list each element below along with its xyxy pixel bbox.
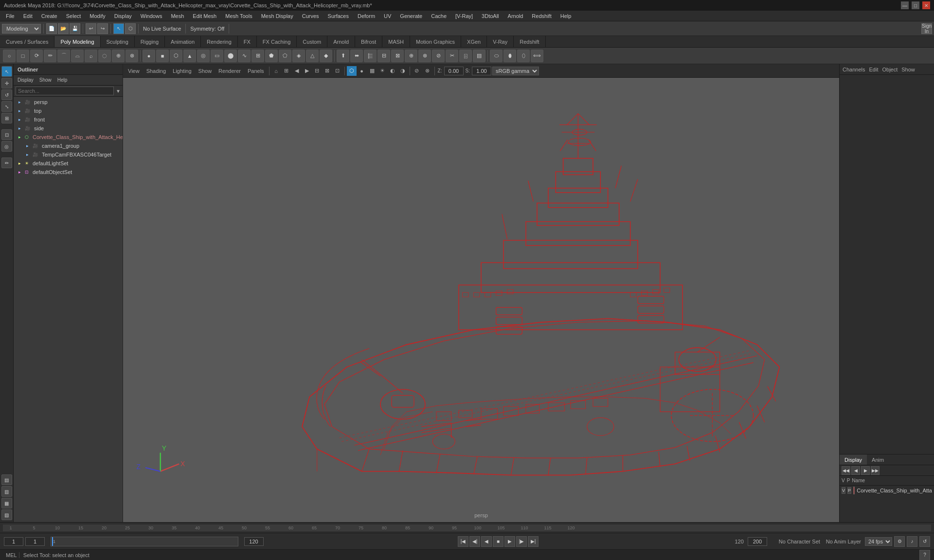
layer-item[interactable]: V P Corvette_Class_Ship_with_Atta [840, 486, 934, 495]
cam-region-button[interactable]: ⊡ [333, 66, 342, 76]
outliner-tree-item[interactable]: ▸🎥TempCamFBXASC046Target [15, 150, 122, 159]
target-weld-tool[interactable]: ⊗ [418, 50, 431, 62]
sound-button[interactable]: ♪ [907, 536, 917, 547]
play-back-button[interactable]: ◀ [481, 536, 492, 547]
tab-bifrost[interactable]: Bifrost [355, 36, 382, 47]
close-button[interactable]: ✕ [922, 1, 930, 9]
grow-tool[interactable]: ⌕ [85, 50, 97, 62]
frame-track[interactable]: 1510152025303540455055606570758085909510… [0, 522, 934, 533]
menu-item-v-ray[interactable]: [V-Ray] [451, 12, 477, 20]
cube-tool[interactable]: ■ [156, 50, 169, 62]
extrude-tool[interactable]: ⬆ [337, 50, 349, 62]
cone-tool[interactable]: ▲ [183, 50, 196, 62]
offset-tool[interactable]: ⊠ [391, 50, 404, 62]
fps-selector[interactable]: 24 fps 30 fps [865, 537, 892, 546]
editor-button[interactable]: ▧ [1, 509, 12, 520]
add-layer-button[interactable]: ◀◀ [842, 466, 850, 475]
scale-input[interactable] [472, 67, 491, 75]
menu-item-mesh[interactable]: Mesh [167, 12, 188, 20]
outliner-tree-item[interactable]: ▸🎥persp [15, 98, 122, 106]
bevel-tool[interactable]: ⬱ [364, 50, 377, 62]
outliner-display-btn[interactable]: Display [16, 77, 36, 83]
menu-item-help[interactable]: Help [557, 12, 575, 20]
edit-label[interactable]: Edit [869, 67, 878, 72]
fill-tool[interactable]: ▤ [473, 50, 485, 62]
menu-item-3dtoall[interactable]: 3DtoAll [478, 12, 503, 20]
shell-tool[interactable]: ◌ [98, 50, 111, 62]
menu-item-arnold[interactable]: Arnold [504, 12, 527, 20]
helix-tool[interactable]: ∿ [238, 50, 251, 62]
menu-item-mesh-tools[interactable]: Mesh Tools [221, 12, 256, 20]
tab-sculpting[interactable]: Sculpting [101, 36, 135, 47]
layer-playback-toggle[interactable]: P [847, 487, 851, 494]
platonic-tool[interactable]: ⬠ [279, 50, 291, 62]
menu-item-edit-mesh[interactable]: Edit Mesh [189, 12, 220, 20]
camera-home-button[interactable]: ⌂ [271, 66, 281, 76]
max-range-input[interactable] [748, 537, 767, 546]
redo-button[interactable]: ↪ [97, 23, 108, 34]
go-to-end-button[interactable]: ▶| [528, 536, 539, 547]
tab-arnold[interactable]: Arnold [327, 36, 355, 47]
display-layer-tab[interactable]: Display [840, 455, 867, 465]
remove-selected-button[interactable]: ▶▶ [871, 466, 880, 475]
snap-button[interactable]: ⊡ [1, 129, 12, 140]
menu-item-generate[interactable]: Generate [396, 12, 426, 20]
extract-tool[interactable]: ⌻ [459, 50, 472, 62]
tab-custom[interactable]: Custom [297, 36, 327, 47]
plane-tool[interactable]: ▭ [211, 50, 223, 62]
help-icon[interactable]: ? [919, 550, 930, 560]
menu-item-deform[interactable]: Deform [354, 12, 379, 20]
paint-button[interactable]: ✏ [1, 158, 12, 168]
outliner-search-options[interactable]: ▼ [116, 88, 121, 94]
outliner-tree-item[interactable]: ▸🎥camera1_group [15, 141, 122, 150]
zoom-input[interactable] [444, 67, 464, 75]
light-button[interactable]: ☀ [377, 66, 387, 76]
maximize-button[interactable]: □ [912, 1, 919, 9]
timeline-scrubber[interactable]: 1 [51, 537, 238, 546]
torus-tool[interactable]: ◎ [197, 50, 210, 62]
menu-item-surfaces[interactable]: Surfaces [324, 12, 353, 20]
select-mode-button[interactable]: ↖ [1, 66, 12, 77]
tab-xgen[interactable]: XGen [461, 36, 487, 47]
cam-look-button[interactable]: ⊟ [312, 66, 322, 76]
outliner-tree-item[interactable]: ▸🎥side [15, 124, 122, 133]
outliner-tree-item[interactable]: ▸🎥front [15, 115, 122, 124]
wireframe-button[interactable]: ⬡ [347, 66, 357, 76]
save-scene-button[interactable]: 💾 [70, 23, 80, 34]
bridge-tool[interactable]: ⬌ [350, 50, 363, 62]
anim-layer-button[interactable]: ▦ [1, 498, 12, 508]
loop-button[interactable]: ↺ [919, 536, 930, 547]
path-tool[interactable]: ⊗ [126, 50, 138, 62]
layer-color-swatch[interactable] [853, 487, 855, 494]
xray-button[interactable]: ⊗ [423, 66, 432, 76]
current-frame-input[interactable] [25, 537, 45, 546]
outliner-tree-item[interactable]: ▸☀defaultLightSet [15, 159, 122, 168]
playback-options-button[interactable]: ⚙ [894, 536, 905, 547]
transform-tool-button[interactable]: ⊞ [1, 113, 12, 123]
menu-item-curves[interactable]: Curves [298, 12, 323, 20]
prism-tool[interactable]: ◈ [292, 50, 305, 62]
anim-layer-tab[interactable]: Anim [867, 455, 889, 465]
show-menu-button[interactable]: Show [196, 67, 215, 75]
subdivide-tool[interactable]: ⬮ [503, 50, 516, 62]
open-scene-button[interactable]: 📂 [58, 23, 69, 34]
tab-poly-modeling[interactable]: Poly Modeling [54, 36, 100, 47]
object-label[interactable]: Object [882, 67, 898, 72]
tab-motion-graphics[interactable]: Motion Graphics [410, 36, 461, 47]
step-back-button[interactable]: ◀| [469, 536, 480, 547]
border-tool[interactable]: ⌓ [71, 50, 84, 62]
undo-button[interactable]: ↩ [86, 23, 96, 34]
mirror-tool[interactable]: ⟺ [531, 50, 543, 62]
timeline-track[interactable]: 1510152025303540455055606570758085909510… [3, 525, 931, 531]
tab-mash[interactable]: MASH [382, 36, 410, 47]
camera-next-button[interactable]: ▶ [302, 66, 312, 76]
reduce-tool[interactable]: ⬯ [517, 50, 530, 62]
channels-label[interactable]: Channels [843, 67, 865, 72]
workspace-selector[interactable]: Modeling [2, 24, 41, 34]
soft-select-button[interactable]: ◎ [1, 141, 12, 152]
menu-item-redshift[interactable]: Redshift [528, 12, 555, 20]
circle-tool[interactable]: ○ [3, 50, 16, 62]
view-menu-button[interactable]: View [125, 67, 143, 75]
lasso-tool[interactable]: ⟳ [30, 50, 43, 62]
layer-visibility-toggle[interactable]: V [842, 487, 845, 494]
